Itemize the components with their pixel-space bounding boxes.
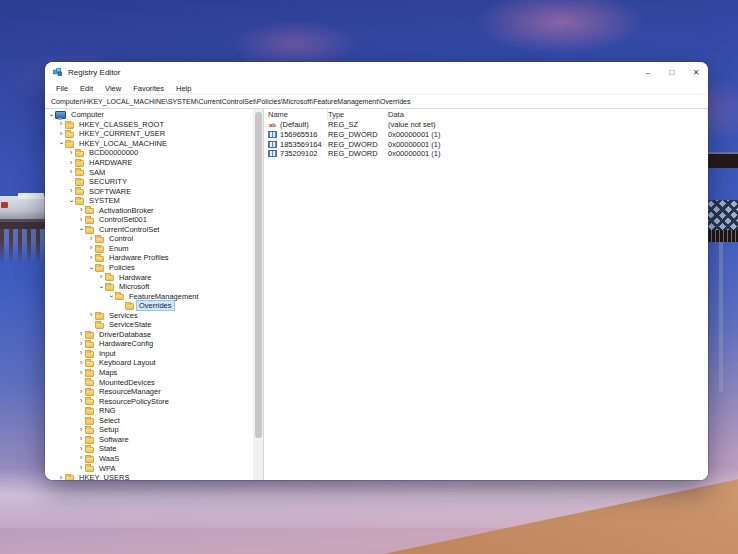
chevron-right-icon[interactable]: › bbox=[87, 244, 95, 252]
tree-label: HKEY_CLASSES_ROOT bbox=[77, 120, 166, 129]
tree-row-resourcepolicystore[interactable]: ›ResourcePolicyStore bbox=[45, 396, 253, 406]
value-row-735209102[interactable]: 735209102REG_DWORD0x00000001 (1) bbox=[264, 149, 708, 159]
tree-row-services[interactable]: ›Services bbox=[45, 310, 253, 320]
tree-row-select[interactable]: ›Select bbox=[45, 416, 253, 426]
chevron-right-icon[interactable]: › bbox=[77, 426, 85, 434]
tree-row-mounteddevices[interactable]: ›MountedDevices bbox=[45, 377, 253, 387]
chevron-right-icon[interactable]: › bbox=[87, 235, 95, 243]
tree-scrollbar[interactable] bbox=[253, 109, 263, 480]
tree-row-hardware[interactable]: ›HARDWARE bbox=[45, 158, 253, 168]
column-header-name[interactable]: Name bbox=[268, 109, 328, 120]
tree-label: ResourcePolicyStore bbox=[97, 397, 171, 406]
tree-row-computer[interactable]: ›Computer bbox=[45, 110, 253, 120]
tree-row-servicestate[interactable]: ›ServiceState bbox=[45, 320, 253, 330]
chevron-right-icon[interactable]: › bbox=[67, 168, 75, 176]
tree-row-featuremanagement[interactable]: ›FeatureManagement bbox=[45, 291, 253, 301]
column-header-data[interactable]: Data bbox=[388, 109, 708, 120]
chevron-right-icon[interactable]: › bbox=[77, 369, 85, 377]
chevron-right-icon[interactable]: › bbox=[77, 206, 85, 214]
chevron-right-icon[interactable]: › bbox=[77, 397, 85, 405]
tree-row-security[interactable]: ›SECURITY bbox=[45, 177, 253, 187]
tree-label: HardwareConfig bbox=[97, 339, 155, 348]
tree-label: State bbox=[97, 444, 119, 453]
chevron-right-icon[interactable]: › bbox=[57, 130, 65, 138]
tree-row-hkey_current_user[interactable]: ›HKEY_CURRENT_USER bbox=[45, 129, 253, 139]
chevron-right-icon[interactable]: › bbox=[87, 254, 95, 262]
chevron-right-icon[interactable]: › bbox=[77, 388, 85, 396]
tree-row-wpa[interactable]: ›WPA bbox=[45, 463, 253, 473]
tree-row-control[interactable]: ›Control bbox=[45, 234, 253, 244]
menu-item-edit[interactable]: Edit bbox=[75, 84, 98, 93]
cell-data: 0x00000001 (1) bbox=[388, 149, 708, 158]
tree-row-overrides[interactable]: ›Overrides bbox=[45, 301, 253, 311]
tree-row-software[interactable]: ›Software bbox=[45, 435, 253, 445]
minimize-button[interactable]: – bbox=[636, 62, 660, 82]
tree-row-hkey_users[interactable]: ›HKEY_USERS bbox=[45, 473, 253, 480]
value-row-156965516[interactable]: 156965516REG_DWORD0x00000001 (1) bbox=[264, 130, 708, 140]
values-list: (Default)REG_SZ(value not set)156965516R… bbox=[264, 120, 708, 159]
tree-label: BCD00000000 bbox=[87, 148, 140, 157]
menu-item-view[interactable]: View bbox=[100, 84, 126, 93]
chevron-right-icon[interactable]: › bbox=[57, 474, 65, 480]
tree-row-activationbroker[interactable]: ›ActivationBroker bbox=[45, 205, 253, 215]
tree-row-hardwareconfig[interactable]: ›HardwareConfig bbox=[45, 339, 253, 349]
chevron-right-icon[interactable]: › bbox=[77, 349, 85, 357]
tree-row-input[interactable]: ›Input bbox=[45, 349, 253, 359]
chevron-right-icon[interactable]: › bbox=[77, 464, 85, 472]
tree-row-currentcontrolset[interactable]: ›CurrentControlSet bbox=[45, 225, 253, 235]
tree-row-rng[interactable]: ›RNG bbox=[45, 406, 253, 416]
tree-row-hardware-profiles[interactable]: ›Hardware Profiles bbox=[45, 253, 253, 263]
menu-item-file[interactable]: File bbox=[51, 84, 73, 93]
tree-row-bcd00000000[interactable]: ›BCD00000000 bbox=[45, 148, 253, 158]
chevron-right-icon[interactable]: › bbox=[77, 216, 85, 224]
folder-icon bbox=[65, 475, 74, 480]
tree-row-driverdatabase[interactable]: ›DriverDatabase bbox=[45, 330, 253, 340]
chevron-right-icon[interactable]: › bbox=[77, 445, 85, 453]
chevron-right-icon[interactable]: › bbox=[67, 187, 75, 195]
tree-label: ActivationBroker bbox=[97, 206, 156, 215]
address-bar[interactable]: Computer\HKEY_LOCAL_MACHINE\SYSTEM\Curre… bbox=[45, 94, 708, 109]
tree-label: MountedDevices bbox=[97, 378, 157, 387]
tree-row-hardware[interactable]: ›Hardware bbox=[45, 272, 253, 282]
chevron-right-icon[interactable]: › bbox=[57, 120, 65, 128]
tree-row-waas[interactable]: ›WaaS bbox=[45, 454, 253, 464]
chevron-right-icon[interactable]: › bbox=[97, 273, 105, 281]
chevron-right-icon[interactable]: › bbox=[67, 159, 75, 167]
chevron-right-icon[interactable]: › bbox=[77, 435, 85, 443]
maximize-button[interactable]: □ bbox=[660, 62, 684, 82]
tree-row-maps[interactable]: ›Maps bbox=[45, 368, 253, 378]
tree-row-software[interactable]: ›SOFTWARE bbox=[45, 186, 253, 196]
tree-row-enum[interactable]: ›Enum bbox=[45, 244, 253, 254]
tree-row-keyboard-layout[interactable]: ›Keyboard Layout bbox=[45, 358, 253, 368]
tree-row-hkey_classes_root[interactable]: ›HKEY_CLASSES_ROOT bbox=[45, 120, 253, 130]
tree-row-policies[interactable]: ›Policies bbox=[45, 263, 253, 273]
value-row--default-[interactable]: (Default)REG_SZ(value not set) bbox=[264, 120, 708, 130]
dword-value-icon bbox=[268, 150, 277, 157]
value-row-1853569164[interactable]: 1853569164REG_DWORD0x00000001 (1) bbox=[264, 139, 708, 149]
chevron-right-icon[interactable]: › bbox=[67, 149, 75, 157]
close-button[interactable]: ✕ bbox=[684, 62, 708, 82]
tree-label: Computer bbox=[69, 110, 106, 119]
tree-row-setup[interactable]: ›Setup bbox=[45, 425, 253, 435]
menu-item-help[interactable]: Help bbox=[171, 84, 196, 93]
tree-label: HKEY_LOCAL_MACHINE bbox=[77, 139, 169, 148]
tree-label: Setup bbox=[97, 425, 121, 434]
tree-row-state[interactable]: ›State bbox=[45, 444, 253, 454]
menu-item-favorites[interactable]: Favorites bbox=[128, 84, 169, 93]
tree-row-system[interactable]: ›SYSTEM bbox=[45, 196, 253, 206]
tree-row-hkey_local_machine[interactable]: ›HKEY_LOCAL_MACHINE bbox=[45, 139, 253, 149]
chevron-right-icon[interactable]: › bbox=[77, 359, 85, 367]
tree-row-resourcemanager[interactable]: ›ResourceManager bbox=[45, 387, 253, 397]
chevron-right-icon[interactable]: › bbox=[77, 454, 85, 462]
tree-row-controlset001[interactable]: ›ControlSet001 bbox=[45, 215, 253, 225]
chevron-right-icon[interactable]: › bbox=[77, 340, 85, 348]
title-bar[interactable]: Registry Editor – □ ✕ bbox=[45, 62, 708, 82]
column-header-type[interactable]: Type bbox=[328, 109, 388, 120]
chevron-right-icon[interactable]: › bbox=[77, 330, 85, 338]
tree-label: Hardware Profiles bbox=[107, 253, 171, 262]
tree-scrollbar-thumb[interactable] bbox=[255, 112, 262, 438]
tree-row-sam[interactable]: ›SAM bbox=[45, 167, 253, 177]
folder-icon bbox=[85, 351, 94, 358]
chevron-right-icon[interactable]: › bbox=[87, 311, 95, 319]
tree-row-microsoft[interactable]: ›Microsoft bbox=[45, 282, 253, 292]
